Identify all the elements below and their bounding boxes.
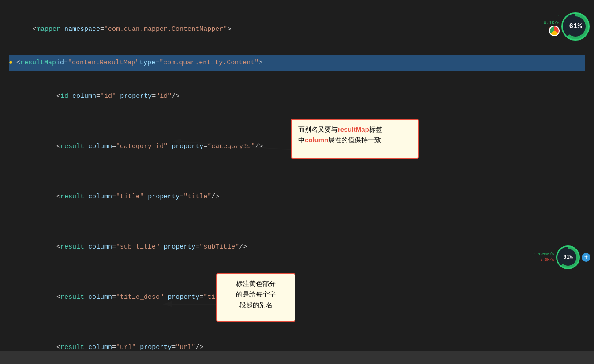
code-line-7: <result column="title_desc" property="ti… — [9, 272, 585, 323]
upload-speed-top: ↑ 0.1K/s — [541, 14, 560, 26]
download-speed-bottom: ↓ 0K/s — [533, 257, 554, 264]
network-widget-top[interactable]: ↑ 0.1K/s ↓ 0K/s 61% — [541, 12, 590, 39]
annotation2-text: 标注黄色部分的是给每个字段起的别名 — [236, 280, 276, 308]
code-line-5: <result column="title" property="title"/… — [9, 172, 585, 222]
annotation1-bold2: column — [305, 136, 328, 144]
code-line-6: <result column="sub_title" property="sub… — [9, 222, 585, 272]
annotation1-bold1: resultMap — [338, 126, 369, 133]
network-widget-bottom[interactable]: ↑ 0.06K/s ↓ 0K/s 61% + — [533, 245, 590, 269]
code-line-3: <id column="id" property="id"/> — [9, 71, 585, 122]
bottom-bar — [0, 351, 594, 364]
network-circle-top[interactable]: 61% — [561, 12, 590, 41]
annotation1-text: 而别名又要与resultMap标签 中column属性的值保持一致 — [298, 126, 382, 144]
network-percent-top: 61% — [565, 16, 586, 37]
network-stats-bottom: ↑ 0.06K/s ↓ 0K/s — [533, 252, 554, 264]
code-line-1: <mapper namespace="com.quan.mapper.Conte… — [9, 4, 585, 55]
network-percent-bottom: 61% — [560, 249, 576, 266]
code-editor: ↑ 0.1K/s ↓ 0K/s 61% <mapper namespace="c… — [0, 0, 594, 364]
annotation-box-1: 而别名又要与resultMap标签 中column属性的值保持一致 — [291, 119, 419, 159]
upload-speed-bottom: ↑ 0.06K/s — [533, 252, 554, 258]
code-line-2: ● <resultMap id="contentResultMap" type=… — [9, 55, 585, 71]
annotation-box-2: 标注黄色部分的是给每个字段起的别名 — [216, 273, 295, 322]
network-circle-bottom[interactable]: 61% — [556, 245, 580, 269]
code-content: <mapper namespace="com.quan.mapper.Conte… — [0, 0, 594, 364]
network-plus-button[interactable]: + — [582, 253, 590, 262]
chrome-icon — [549, 26, 560, 36]
